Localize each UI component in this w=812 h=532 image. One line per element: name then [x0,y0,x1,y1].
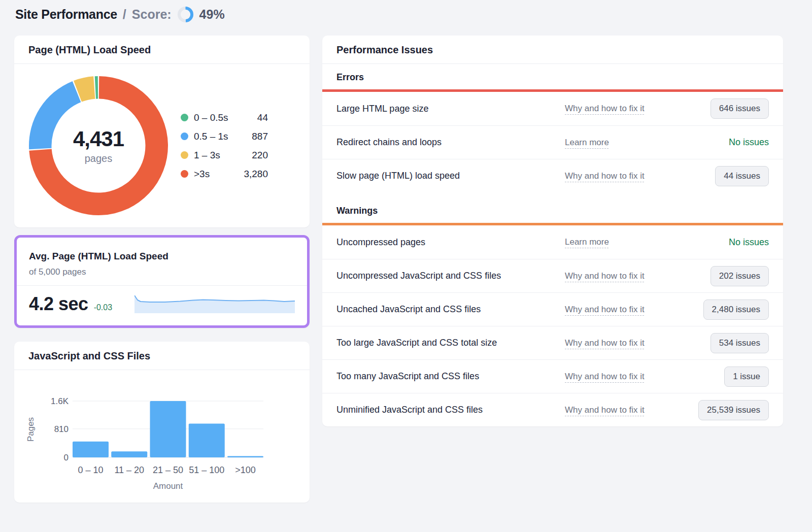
issue-row: Uncached JavaScript and CSS filesWhy and… [322,292,783,326]
legend-item-value: 3,280 [244,169,268,180]
bar-chart: 08101.6K0 – 1011 – 2021 – 5051 – 100>100… [26,381,295,493]
issue-count-cell: 1 issue [724,367,769,387]
card-title: Page (HTML) Load Speed [28,44,151,55]
issue-rows: Large HTML page sizeWhy and how to fix i… [322,92,783,192]
fix-link[interactable]: Why and how to fix it [565,405,645,415]
legend-item: >3s3,280 [181,169,268,180]
issue-row: Unminified JavaScript and CSS filesWhy a… [322,393,783,426]
fix-link[interactable]: Why and how to fix it [565,271,645,281]
legend-dot [181,114,188,121]
fix-link[interactable]: Why and how to fix it [565,338,645,348]
x-axis-tick-label: 11 – 20 [114,465,144,475]
bar-21 – 50[interactable] [150,401,186,457]
trend-sparkline [134,293,295,315]
avg-speed-change: -0.03 [94,303,112,312]
card-title: Avg. Page (HTML) Load Speed [29,251,295,262]
issue-count-cell: 202 issues [710,266,769,286]
legend-item-label: >3s [194,169,210,180]
bar->100[interactable] [227,456,263,457]
issue-label: Too large JavaScript and CSS total size [336,338,565,348]
avg-load-speed-card: Avg. Page (HTML) Load Speed of 5,000 pag… [14,235,310,328]
legend-item: 1 – 3s220 [181,150,268,161]
issue-count-cell: 534 issues [710,333,769,353]
issues-count-button[interactable]: 2,480 issues [703,300,769,320]
x-axis-tick-label: 21 – 50 [153,465,183,475]
issue-label: Large HTML page size [336,104,565,114]
metric-group: 4.2 sec -0.03 [29,293,112,315]
issue-count-cell: 25,539 issues [698,400,769,420]
donut-segment-0 – 0.5s[interactable] [95,76,98,99]
title-separator: / [123,7,126,22]
issue-row: Too many JavaScript and CSS filesWhy and… [322,359,783,393]
x-axis-tick-label: 0 – 10 [78,465,103,475]
issues-count-button[interactable]: 646 issues [710,98,769,119]
fix-link[interactable]: Learn more [565,237,609,247]
x-axis-tick-label: 51 – 100 [189,465,224,475]
donut-legend: 0 – 0.5s440.5 – 1s8871 – 3s220>3s3,280 [181,112,268,180]
issue-row: Slow page (HTML) load speedWhy and how t… [322,159,783,192]
donut-segment-0.5 – 1s[interactable] [29,81,81,149]
legend-item: 0 – 0.5s44 [181,112,268,123]
card-header: Avg. Page (HTML) Load Speed of 5,000 pag… [17,238,307,286]
card-title: Performance Issues [336,44,433,55]
issue-section-warnings: WarningsUncompressed pagesLearn moreNo i… [322,192,783,426]
content-columns: Page (HTML) Load Speed 4,431 pages 0 – 0… [0,22,812,503]
issue-label: Uncompressed pages [336,237,565,248]
fix-link[interactable]: Why and how to fix it [565,305,645,315]
no-issues-label: No issues [729,237,769,247]
issue-section-errors: ErrorsLarge HTML page sizeWhy and how to… [322,64,783,192]
issue-count-cell: 2,480 issues [703,300,769,320]
donut-svg [27,75,170,217]
card-header: JavaScript and CSS Files [14,342,310,370]
left-column: Page (HTML) Load Speed 4,431 pages 0 – 0… [14,36,310,503]
page-header: Site Performance / Score: 49% [0,0,812,22]
legend-item-value: 887 [252,131,268,142]
issues-count-button[interactable]: 202 issues [710,266,769,286]
site-performance-page: Site Performance / Score: 49% Page (HTML… [0,0,812,503]
avg-speed-value: 4.2 sec [29,293,88,315]
x-axis-tick-label: >100 [235,465,256,475]
no-issues-label: No issues [729,137,769,147]
bar-11 – 20[interactable] [111,451,147,457]
legend-item-label: 1 – 3s [194,150,220,161]
legend-dot [181,170,188,178]
sparkline-area [134,295,295,313]
y-axis-tick-label: 810 [54,424,69,434]
bar-51 – 100[interactable] [189,423,225,457]
right-column: Performance Issues ErrorsLarge HTML page… [322,36,783,426]
y-axis-tick-label: 1.6K [51,396,69,406]
legend-dot [181,151,188,159]
score-ring-icon [177,6,194,23]
issue-count-cell: 44 issues [715,166,769,186]
issue-count-cell: No issues [729,137,769,148]
issue-row: Large HTML page sizeWhy and how to fix i… [322,92,783,125]
donut-chart-area: 4,431 pages 0 – 0.5s440.5 – 1s8871 – 3s2… [14,64,310,227]
legend-item-value: 44 [257,112,268,123]
card-header: Performance Issues [322,36,783,64]
donut-chart: 4,431 pages [27,75,170,217]
bar-chart-area: 08101.6K0 – 1011 – 2021 – 5051 – 100>100… [14,370,310,503]
sparkline-svg [134,293,295,313]
issue-section-heading: Errors [322,64,783,89]
issue-row: Uncompressed pagesLearn moreNo issues [322,225,783,259]
issues-sections: ErrorsLarge HTML page sizeWhy and how to… [322,64,783,426]
card-title: JavaScript and CSS Files [28,350,150,361]
bar-0 – 10[interactable] [73,442,109,457]
legend-item-value: 220 [252,150,268,161]
issue-count-cell: 646 issues [710,98,769,119]
fix-link[interactable]: Why and how to fix it [565,104,645,114]
js-css-files-card: JavaScript and CSS Files 08101.6K0 – 101… [14,342,310,503]
card-subtitle: of 5,000 pages [29,267,295,277]
y-axis-tick-label: 0 [64,453,69,462]
legend-item-label: 0 – 0.5s [194,112,228,123]
page-title: Site Performance [15,7,117,22]
issues-count-button[interactable]: 44 issues [715,166,769,186]
issue-label: Too many JavaScript and CSS files [336,371,565,382]
fix-link[interactable]: Why and how to fix it [565,372,645,382]
issues-count-button[interactable]: 25,539 issues [698,400,769,420]
issue-rows: Uncompressed pagesLearn moreNo issuesUnc… [322,225,783,426]
fix-link[interactable]: Learn more [565,138,609,148]
issues-count-button[interactable]: 1 issue [724,367,769,387]
fix-link[interactable]: Why and how to fix it [565,171,645,181]
issues-count-button[interactable]: 534 issues [710,333,769,353]
